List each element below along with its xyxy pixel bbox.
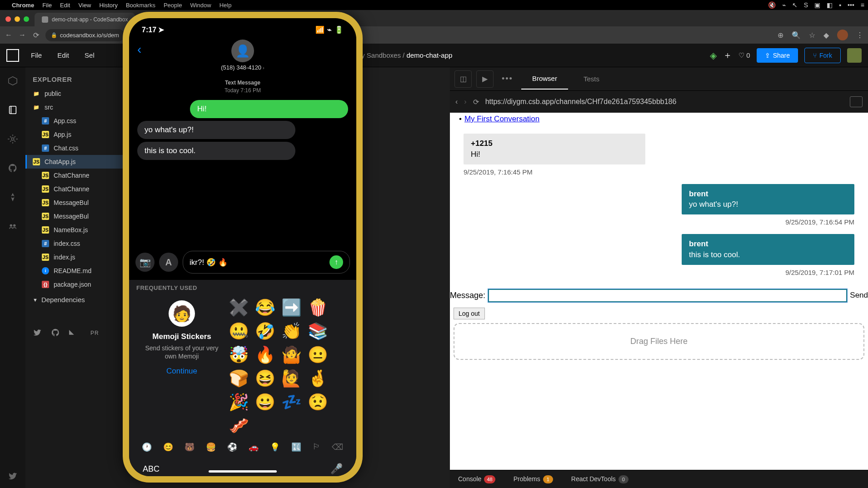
github-link-icon[interactable] — [51, 328, 60, 339]
console-tab[interactable]: Console48 — [458, 475, 495, 483]
menu-view[interactable]: View — [78, 2, 91, 9]
conversation-link[interactable]: My First Conversation — [450, 113, 868, 125]
share-button[interactable]: ⇪ Share — [757, 48, 798, 63]
menu-people[interactable]: People — [164, 2, 182, 9]
memoji-continue-button[interactable]: Continue — [142, 367, 222, 376]
file-item[interactable]: #Chat.css — [25, 141, 130, 155]
close-window-button[interactable] — [5, 16, 11, 22]
tray-more-icon[interactable]: ••• — [848, 1, 854, 9]
preview-reload-button[interactable]: ⟳ — [473, 98, 479, 106]
open-external-icon[interactable] — [850, 96, 863, 107]
emoji-key[interactable]: 😂 — [254, 297, 276, 319]
emoji-key[interactable]: 😆 — [254, 368, 276, 389]
maximize-window-button[interactable] — [24, 16, 29, 22]
emoji-key[interactable]: 🙋 — [280, 368, 303, 389]
file-item[interactable]: JSMessageBul — [25, 209, 130, 223]
emoji-key[interactable]: 💤 — [280, 391, 303, 413]
preview-url[interactable]: https://diygm.csb.app/channels/CHf7de261… — [485, 98, 843, 106]
folder-src[interactable]: 📁src — [25, 100, 130, 114]
emoji-key[interactable]: 🔥 — [254, 344, 276, 366]
csb-menu-selection[interactable]: Sel — [81, 50, 98, 61]
appstore-icon[interactable]: A — [159, 253, 178, 272]
twitter-link-icon[interactable] — [33, 328, 42, 339]
file-item[interactable]: #App.css — [25, 114, 130, 128]
menu-help[interactable]: Help — [219, 2, 232, 9]
emoji-key[interactable]: 🥓 — [227, 415, 250, 437]
emoji-key[interactable]: 😀 — [254, 391, 276, 413]
back-button[interactable]: ← — [5, 31, 13, 39]
minimize-window-button[interactable] — [15, 16, 20, 22]
emoji-key[interactable]: 🎉 — [227, 391, 250, 413]
user-avatar[interactable] — [847, 48, 862, 63]
spectrum-link-icon[interactable]: ◣ — [69, 328, 74, 339]
emoji-key[interactable]: ✖️ — [227, 297, 250, 319]
file-item[interactable]: JSChatChanne — [25, 169, 130, 182]
tab-tests[interactable]: Tests — [573, 69, 610, 89]
forward-button[interactable]: → — [18, 31, 26, 39]
menu-edit[interactable]: Edit — [60, 2, 70, 9]
app-name[interactable]: Chrome — [12, 2, 34, 9]
send-button[interactable]: Send — [850, 291, 868, 300]
emoji-key[interactable]: 🍞 — [227, 368, 250, 389]
contact-number[interactable]: (518) 348-4120› — [129, 64, 356, 71]
animals-icon[interactable]: 🐻 — [185, 442, 195, 452]
address-bar[interactable]: 🔒 codesandbox.io/s/dem — [45, 29, 125, 41]
csb-menu-edit[interactable]: Edit — [54, 50, 73, 61]
settings-icon[interactable] — [7, 134, 18, 144]
tray-note-icon[interactable]: ▪ — [839, 1, 841, 9]
back-button[interactable]: ‹ — [137, 42, 141, 57]
symbols-icon[interactable]: 🔣 — [291, 442, 301, 452]
tray-screen-icon[interactable]: ▣ — [814, 1, 820, 9]
memoji-face-icon[interactable]: 🧑 — [169, 300, 195, 327]
message-input[interactable] — [488, 289, 847, 302]
csb-menu-file[interactable]: File — [27, 50, 45, 61]
contact-avatar[interactable]: 👤 — [231, 40, 254, 62]
emoji-key[interactable]: 🤞 — [306, 368, 329, 389]
menu-history[interactable]: History — [99, 2, 117, 9]
project-name[interactable]: demo-chat-app — [406, 51, 452, 59]
menu-file[interactable]: File — [42, 2, 52, 9]
emoji-key[interactable]: 🤷 — [280, 344, 303, 366]
file-item[interactable]: {}package.json — [25, 278, 130, 291]
chrome-menu-icon[interactable]: ⋮ — [856, 31, 863, 40]
codesandbox-logo-icon[interactable] — [6, 49, 19, 62]
emoji-key[interactable]: 😐 — [306, 344, 329, 366]
tray-app-icon[interactable]: ◧ — [827, 1, 833, 9]
wifi-icon[interactable]: ⌁ — [782, 1, 786, 9]
flags-icon[interactable]: 🏳 — [313, 442, 321, 452]
tray-s-icon[interactable]: S — [804, 1, 808, 9]
explorer-icon[interactable] — [7, 105, 18, 115]
emoji-key[interactable]: 😟 — [306, 391, 329, 413]
problems-tab[interactable]: Problems1 — [514, 475, 553, 483]
sandbox-info-icon[interactable] — [7, 75, 18, 86]
tray-list-icon[interactable]: ≡ — [861, 1, 864, 9]
file-item[interactable]: JSApp.js — [25, 128, 130, 141]
live-icon[interactable] — [7, 221, 18, 232]
emoji-key[interactable]: 👏 — [280, 320, 303, 342]
menu-window[interactable]: Window — [190, 2, 211, 9]
travel-icon[interactable]: 🚗 — [249, 442, 259, 452]
fork-button[interactable]: ⑂ Fork — [804, 48, 841, 63]
file-item[interactable]: JSNameBox.js — [25, 223, 130, 237]
file-item[interactable]: JSChatChanne — [25, 182, 130, 196]
like-button[interactable]: ♡ 0 — [738, 51, 750, 60]
abc-keyboard-button[interactable]: ABC — [143, 464, 160, 474]
emoji-key[interactable]: 🍿 — [306, 297, 329, 319]
layout-preview-icon[interactable]: ▶ — [476, 70, 494, 88]
recents-icon[interactable]: 🕐 — [142, 442, 152, 452]
ext2-icon[interactable]: ◆ — [823, 31, 829, 40]
twitter-icon[interactable] — [7, 471, 18, 482]
emoji-key[interactable]: 🤣 — [254, 320, 276, 342]
file-item[interactable]: JSMessageBul — [25, 196, 130, 209]
file-drop-zone[interactable]: Drag Files Here — [454, 323, 864, 360]
browser-tab[interactable]: demo-chat-app - CodeSandbox — [35, 13, 135, 26]
tab-browser[interactable]: Browser — [521, 68, 568, 90]
react-devtools-tab[interactable]: React DevTools0 — [571, 475, 629, 483]
logout-button[interactable]: Log out — [454, 308, 485, 319]
food-icon[interactable]: 🍔 — [206, 442, 216, 452]
bookmark-icon[interactable]: ☆ — [809, 31, 815, 40]
dictation-icon[interactable]: 🎤 — [330, 463, 343, 475]
home-indicator[interactable] — [209, 470, 277, 473]
phone-message-input[interactable]: ikr?! 🤣 🔥 ↑ — [183, 251, 350, 274]
file-item[interactable]: iREADME.md — [25, 264, 130, 278]
